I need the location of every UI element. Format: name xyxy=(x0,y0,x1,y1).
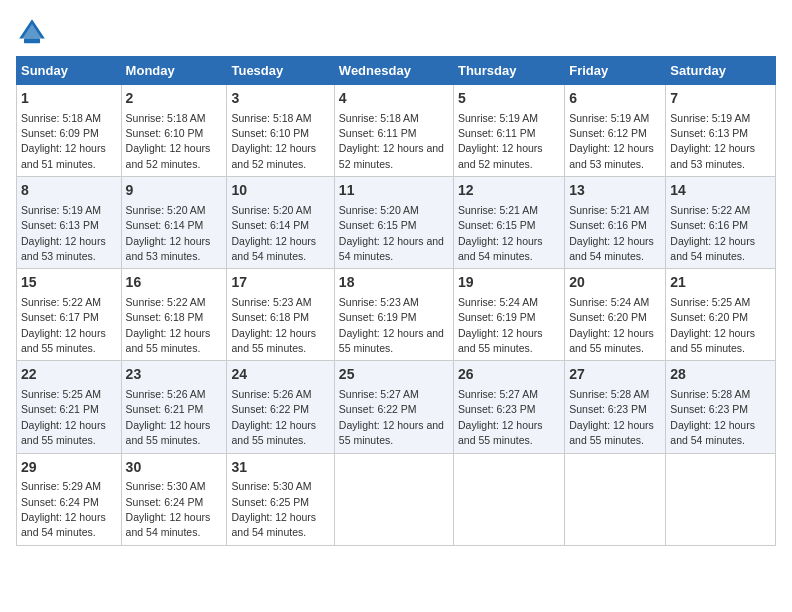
day-content: Sunrise: 5:30 AMSunset: 6:24 PMDaylight:… xyxy=(126,480,211,538)
day-cell: 14 Sunrise: 5:22 AMSunset: 6:16 PMDaylig… xyxy=(666,177,776,269)
week-row-5: 29 Sunrise: 5:29 AMSunset: 6:24 PMDaylig… xyxy=(17,453,776,545)
day-cell: 17 Sunrise: 5:23 AMSunset: 6:18 PMDaylig… xyxy=(227,269,334,361)
week-row-1: 1 Sunrise: 5:18 AMSunset: 6:09 PMDayligh… xyxy=(17,85,776,177)
day-number: 7 xyxy=(670,89,771,109)
day-content: Sunrise: 5:25 AMSunset: 6:21 PMDaylight:… xyxy=(21,388,106,446)
logo xyxy=(16,16,52,48)
col-header-friday: Friday xyxy=(565,57,666,85)
day-cell: 8 Sunrise: 5:19 AMSunset: 6:13 PMDayligh… xyxy=(17,177,122,269)
col-header-monday: Monday xyxy=(121,57,227,85)
day-content: Sunrise: 5:18 AMSunset: 6:10 PMDaylight:… xyxy=(126,112,211,170)
day-content: Sunrise: 5:19 AMSunset: 6:11 PMDaylight:… xyxy=(458,112,543,170)
day-content: Sunrise: 5:22 AMSunset: 6:17 PMDaylight:… xyxy=(21,296,106,354)
day-content: Sunrise: 5:19 AMSunset: 6:13 PMDaylight:… xyxy=(670,112,755,170)
day-number: 29 xyxy=(21,458,117,478)
day-content: Sunrise: 5:28 AMSunset: 6:23 PMDaylight:… xyxy=(670,388,755,446)
day-number: 27 xyxy=(569,365,661,385)
day-number: 17 xyxy=(231,273,329,293)
day-cell: 13 Sunrise: 5:21 AMSunset: 6:16 PMDaylig… xyxy=(565,177,666,269)
day-number: 4 xyxy=(339,89,449,109)
day-number: 13 xyxy=(569,181,661,201)
day-number: 31 xyxy=(231,458,329,478)
day-content: Sunrise: 5:18 AMSunset: 6:11 PMDaylight:… xyxy=(339,112,444,170)
day-cell: 18 Sunrise: 5:23 AMSunset: 6:19 PMDaylig… xyxy=(334,269,453,361)
day-content: Sunrise: 5:24 AMSunset: 6:20 PMDaylight:… xyxy=(569,296,654,354)
day-number: 11 xyxy=(339,181,449,201)
day-content: Sunrise: 5:23 AMSunset: 6:18 PMDaylight:… xyxy=(231,296,316,354)
day-content: Sunrise: 5:20 AMSunset: 6:14 PMDaylight:… xyxy=(231,204,316,262)
day-cell: 12 Sunrise: 5:21 AMSunset: 6:15 PMDaylig… xyxy=(453,177,564,269)
day-number: 28 xyxy=(670,365,771,385)
day-number: 2 xyxy=(126,89,223,109)
day-number: 26 xyxy=(458,365,560,385)
day-content: Sunrise: 5:21 AMSunset: 6:15 PMDaylight:… xyxy=(458,204,543,262)
week-row-2: 8 Sunrise: 5:19 AMSunset: 6:13 PMDayligh… xyxy=(17,177,776,269)
day-number: 24 xyxy=(231,365,329,385)
day-cell: 3 Sunrise: 5:18 AMSunset: 6:10 PMDayligh… xyxy=(227,85,334,177)
header-row: SundayMondayTuesdayWednesdayThursdayFrid… xyxy=(17,57,776,85)
day-content: Sunrise: 5:29 AMSunset: 6:24 PMDaylight:… xyxy=(21,480,106,538)
day-cell: 1 Sunrise: 5:18 AMSunset: 6:09 PMDayligh… xyxy=(17,85,122,177)
day-number: 16 xyxy=(126,273,223,293)
day-cell: 4 Sunrise: 5:18 AMSunset: 6:11 PMDayligh… xyxy=(334,85,453,177)
day-number: 25 xyxy=(339,365,449,385)
day-cell: 2 Sunrise: 5:18 AMSunset: 6:10 PMDayligh… xyxy=(121,85,227,177)
day-cell: 24 Sunrise: 5:26 AMSunset: 6:22 PMDaylig… xyxy=(227,361,334,453)
day-content: Sunrise: 5:26 AMSunset: 6:22 PMDaylight:… xyxy=(231,388,316,446)
day-number: 15 xyxy=(21,273,117,293)
day-cell: 19 Sunrise: 5:24 AMSunset: 6:19 PMDaylig… xyxy=(453,269,564,361)
col-header-thursday: Thursday xyxy=(453,57,564,85)
day-cell: 5 Sunrise: 5:19 AMSunset: 6:11 PMDayligh… xyxy=(453,85,564,177)
col-header-tuesday: Tuesday xyxy=(227,57,334,85)
calendar-table: SundayMondayTuesdayWednesdayThursdayFrid… xyxy=(16,56,776,546)
col-header-saturday: Saturday xyxy=(666,57,776,85)
day-cell: 26 Sunrise: 5:27 AMSunset: 6:23 PMDaylig… xyxy=(453,361,564,453)
day-number: 9 xyxy=(126,181,223,201)
day-cell: 16 Sunrise: 5:22 AMSunset: 6:18 PMDaylig… xyxy=(121,269,227,361)
day-number: 22 xyxy=(21,365,117,385)
day-cell xyxy=(565,453,666,545)
page-header xyxy=(16,16,776,48)
day-number: 12 xyxy=(458,181,560,201)
day-cell: 11 Sunrise: 5:20 AMSunset: 6:15 PMDaylig… xyxy=(334,177,453,269)
day-cell xyxy=(334,453,453,545)
col-header-wednesday: Wednesday xyxy=(334,57,453,85)
day-cell: 6 Sunrise: 5:19 AMSunset: 6:12 PMDayligh… xyxy=(565,85,666,177)
day-content: Sunrise: 5:22 AMSunset: 6:16 PMDaylight:… xyxy=(670,204,755,262)
day-content: Sunrise: 5:19 AMSunset: 6:12 PMDaylight:… xyxy=(569,112,654,170)
day-cell: 30 Sunrise: 5:30 AMSunset: 6:24 PMDaylig… xyxy=(121,453,227,545)
day-cell: 27 Sunrise: 5:28 AMSunset: 6:23 PMDaylig… xyxy=(565,361,666,453)
day-cell: 9 Sunrise: 5:20 AMSunset: 6:14 PMDayligh… xyxy=(121,177,227,269)
day-cell: 25 Sunrise: 5:27 AMSunset: 6:22 PMDaylig… xyxy=(334,361,453,453)
week-row-4: 22 Sunrise: 5:25 AMSunset: 6:21 PMDaylig… xyxy=(17,361,776,453)
day-number: 3 xyxy=(231,89,329,109)
day-number: 30 xyxy=(126,458,223,478)
day-cell: 28 Sunrise: 5:28 AMSunset: 6:23 PMDaylig… xyxy=(666,361,776,453)
week-row-3: 15 Sunrise: 5:22 AMSunset: 6:17 PMDaylig… xyxy=(17,269,776,361)
day-cell: 7 Sunrise: 5:19 AMSunset: 6:13 PMDayligh… xyxy=(666,85,776,177)
day-cell xyxy=(666,453,776,545)
day-content: Sunrise: 5:18 AMSunset: 6:09 PMDaylight:… xyxy=(21,112,106,170)
logo-icon xyxy=(16,16,48,48)
day-number: 5 xyxy=(458,89,560,109)
col-header-sunday: Sunday xyxy=(17,57,122,85)
svg-rect-2 xyxy=(24,38,40,43)
day-cell: 15 Sunrise: 5:22 AMSunset: 6:17 PMDaylig… xyxy=(17,269,122,361)
day-content: Sunrise: 5:22 AMSunset: 6:18 PMDaylight:… xyxy=(126,296,211,354)
day-content: Sunrise: 5:25 AMSunset: 6:20 PMDaylight:… xyxy=(670,296,755,354)
day-number: 8 xyxy=(21,181,117,201)
day-content: Sunrise: 5:27 AMSunset: 6:23 PMDaylight:… xyxy=(458,388,543,446)
day-cell: 21 Sunrise: 5:25 AMSunset: 6:20 PMDaylig… xyxy=(666,269,776,361)
day-number: 18 xyxy=(339,273,449,293)
day-number: 14 xyxy=(670,181,771,201)
day-cell: 10 Sunrise: 5:20 AMSunset: 6:14 PMDaylig… xyxy=(227,177,334,269)
day-cell: 22 Sunrise: 5:25 AMSunset: 6:21 PMDaylig… xyxy=(17,361,122,453)
day-content: Sunrise: 5:28 AMSunset: 6:23 PMDaylight:… xyxy=(569,388,654,446)
day-content: Sunrise: 5:24 AMSunset: 6:19 PMDaylight:… xyxy=(458,296,543,354)
day-cell: 20 Sunrise: 5:24 AMSunset: 6:20 PMDaylig… xyxy=(565,269,666,361)
day-cell xyxy=(453,453,564,545)
day-content: Sunrise: 5:27 AMSunset: 6:22 PMDaylight:… xyxy=(339,388,444,446)
day-cell: 29 Sunrise: 5:29 AMSunset: 6:24 PMDaylig… xyxy=(17,453,122,545)
day-number: 20 xyxy=(569,273,661,293)
day-number: 1 xyxy=(21,89,117,109)
